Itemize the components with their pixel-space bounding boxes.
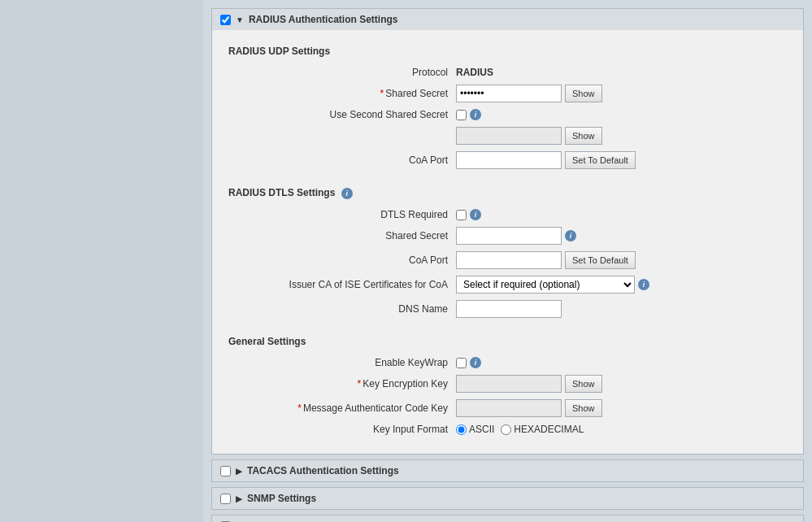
mac-key-input[interactable] [456, 399, 562, 417]
dtls-coa-port-label: CoA Port [228, 254, 456, 266]
ascii-radio[interactable] [456, 424, 467, 435]
key-input-format-row: Key Input Format ASCII HEXADECIMAL [228, 424, 787, 435]
use-second-shared-secret-checkbox[interactable] [456, 110, 467, 120]
use-second-info-icon: i [470, 109, 481, 120]
snmp-section: ▶ SNMP Settings [211, 487, 804, 510]
use-second-shared-secret-label: Use Second Shared Secret [228, 109, 456, 120]
dtls-shared-secret-control: radius/dtls i [456, 227, 576, 245]
coa-port-row: CoA Port 1700 Set To Default [228, 151, 787, 169]
shared-secret-input[interactable] [456, 85, 562, 102]
shared-secret-required: * [380, 88, 384, 99]
radius-section: ▼ RADIUS Authentication Settings RADIUS … [211, 8, 804, 455]
shared-secret-row: *Shared Secret Show [228, 85, 787, 102]
radius-section-title: RADIUS Authentication Settings [249, 14, 398, 25]
key-encryption-input[interactable] [456, 375, 562, 393]
protocol-row: Protocol RADIUS [228, 67, 787, 78]
snmp-section-title: SNMP Settings [247, 493, 316, 504]
key-input-format-label: Key Input Format [228, 424, 456, 435]
protocol-value: RADIUS [456, 67, 493, 78]
dns-name-row: DNS Name [228, 300, 787, 318]
dns-name-label: DNS Name [228, 303, 456, 315]
key-encryption-show-btn[interactable]: Show [565, 375, 602, 393]
tacacs-section-title: TACACS Authentication Settings [247, 465, 399, 476]
dtls-required-label: DTLS Required [228, 209, 456, 220]
mac-key-label: *Message Authenticator Code Key [228, 402, 456, 414]
dtls-shared-secret-info-icon: i [565, 230, 576, 241]
issuer-ca-select[interactable]: Select if required (optional) [456, 276, 635, 294]
second-shared-secret-control: Show [456, 127, 602, 145]
use-second-shared-secret-row: Use Second Shared Secret i [228, 109, 787, 120]
trustsec-section-header[interactable]: ▶ Advanced TrustSec Settings [212, 515, 803, 522]
tacacs-section-header[interactable]: ▶ TACACS Authentication Settings [212, 460, 803, 481]
snmp-section-header[interactable]: ▶ SNMP Settings [212, 488, 803, 509]
sidebar [0, 0, 203, 522]
dtls-coa-port-row: CoA Port 2083 Set To Default [228, 251, 787, 269]
dtls-coa-port-input[interactable]: 2083 [456, 251, 562, 269]
radius-section-header[interactable]: ▼ RADIUS Authentication Settings [212, 9, 803, 30]
issuer-ca-row: Issuer CA of ISE Certificates for CoA Se… [228, 276, 787, 294]
dtls-shared-secret-label: Shared Secret [228, 230, 456, 241]
issuer-ca-control: Select if required (optional) i [456, 276, 649, 294]
protocol-label: Protocol [228, 67, 456, 78]
ascii-radio-label[interactable]: ASCII [456, 424, 494, 435]
enable-keywrap-info-icon: i [470, 357, 481, 368]
key-input-format-control: ASCII HEXADECIMAL [456, 424, 584, 435]
enable-keywrap-checkbox[interactable] [456, 358, 467, 368]
protocol-value-container: RADIUS [456, 67, 493, 78]
key-encryption-row: *Key Encryption Key Show [228, 375, 787, 393]
enable-keywrap-control: i [456, 357, 481, 368]
second-shared-secret-input[interactable] [456, 127, 562, 145]
dtls-required-row: DTLS Required i [228, 209, 787, 220]
hex-radio[interactable] [501, 424, 511, 435]
coa-port-label: CoA Port [228, 154, 456, 166]
hex-label: HEXADECIMAL [514, 424, 584, 435]
dtls-settings-title: RADIUS DTLS Settings i [228, 187, 787, 199]
dtls-required-checkbox[interactable] [456, 210, 467, 220]
second-shared-secret-show-btn[interactable]: Show [565, 127, 602, 145]
dns-name-control [456, 300, 562, 318]
key-input-format-radio-group: ASCII HEXADECIMAL [456, 424, 584, 435]
trustsec-section: ▶ Advanced TrustSec Settings [211, 515, 804, 522]
enable-keywrap-label: Enable KeyWrap [228, 357, 456, 368]
shared-secret-label: *Shared Secret [228, 88, 456, 99]
shared-secret-show-btn[interactable]: Show [565, 85, 602, 102]
dtls-shared-secret-row: Shared Secret radius/dtls i [228, 227, 787, 245]
key-encryption-label: *Key Encryption Key [228, 378, 456, 389]
mac-key-row: *Message Authenticator Code Key Show [228, 399, 787, 417]
snmp-expand-icon: ▶ [236, 494, 242, 503]
udp-settings-title: RADIUS UDP Settings [228, 46, 787, 57]
use-second-shared-secret-control: i [456, 109, 481, 120]
coa-set-default-btn[interactable]: Set To Default [565, 151, 636, 169]
dtls-required-info-icon: i [470, 209, 481, 220]
dtls-required-control: i [456, 209, 481, 220]
hex-radio-label[interactable]: HEXADECIMAL [501, 424, 584, 435]
dtls-coa-port-control: 2083 Set To Default [456, 251, 636, 269]
radius-section-body: RADIUS UDP Settings Protocol RADIUS *Sha… [212, 30, 803, 454]
dtls-coa-set-default-btn[interactable]: Set To Default [565, 251, 636, 269]
shared-secret-control: Show [456, 85, 602, 102]
mac-key-show-btn[interactable]: Show [565, 399, 602, 417]
main-content: ▼ RADIUS Authentication Settings RADIUS … [203, 0, 812, 522]
issuer-ca-info-icon: i [638, 279, 649, 290]
mac-key-control: Show [456, 399, 602, 417]
ascii-label: ASCII [469, 424, 494, 435]
tacacs-expand-icon: ▶ [236, 467, 242, 476]
coa-port-input[interactable]: 1700 [456, 151, 562, 169]
tacacs-section: ▶ TACACS Authentication Settings [211, 459, 804, 482]
dtls-info-icon: i [341, 188, 353, 199]
general-settings-title: General Settings [228, 336, 787, 347]
radius-checkbox[interactable] [220, 15, 231, 25]
tacacs-checkbox[interactable] [220, 466, 231, 476]
dns-name-input[interactable] [456, 300, 562, 318]
second-shared-secret-row: Show [228, 127, 787, 145]
dtls-shared-secret-input[interactable]: radius/dtls [456, 227, 562, 245]
snmp-checkbox[interactable] [220, 494, 231, 504]
issuer-ca-label: Issuer CA of ISE Certificates for CoA [228, 279, 456, 290]
coa-port-control: 1700 Set To Default [456, 151, 636, 169]
radius-expand-icon: ▼ [236, 15, 244, 24]
enable-keywrap-row: Enable KeyWrap i [228, 357, 787, 368]
key-encryption-control: Show [456, 375, 602, 393]
